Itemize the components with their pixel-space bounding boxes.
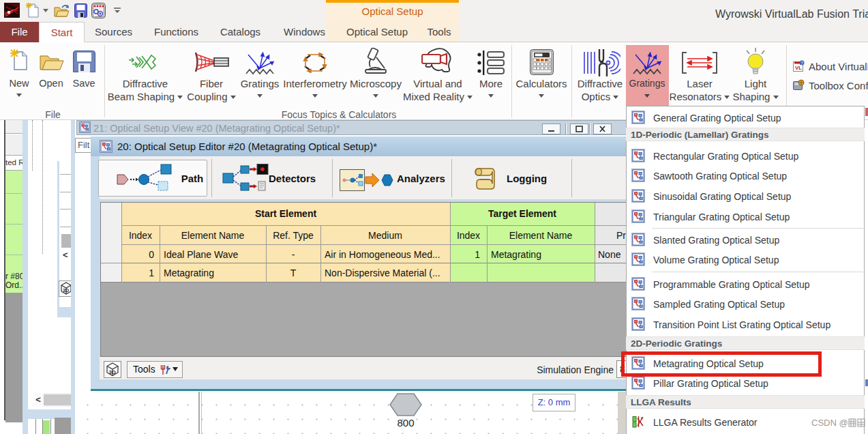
svg-text:3D: 3D xyxy=(63,288,69,293)
svg-text:?: ? xyxy=(800,61,803,66)
svg-text:VL: VL xyxy=(795,65,802,71)
svg-text:3D: 3D xyxy=(109,369,116,375)
